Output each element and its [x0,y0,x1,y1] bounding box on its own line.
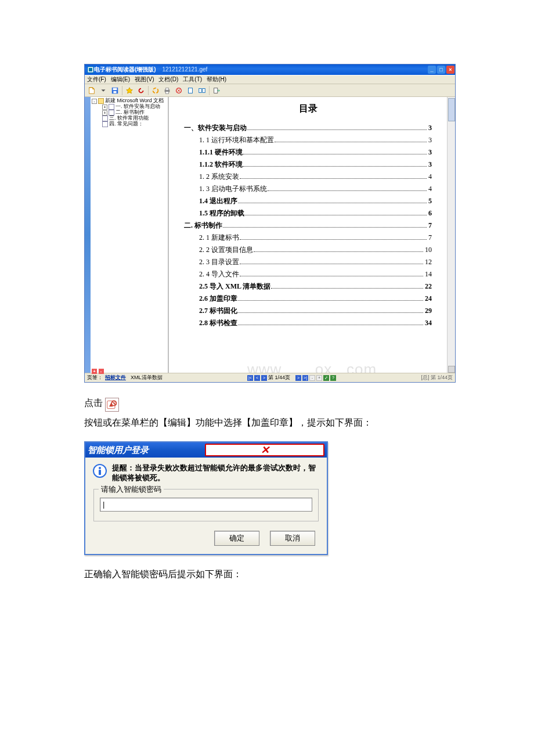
toc-row[interactable]: 2.8 标书检查34 [184,318,432,328]
stamp-icon[interactable] [174,85,184,96]
content-pane: 目录 一、软件安装与启动31. 1 运行环境和基本配置31.1.1 硬件环境31… [169,97,455,373]
print-icon[interactable] [162,85,172,96]
svg-rect-4 [113,91,116,93]
window-close-button[interactable]: × [446,66,454,74]
toc-row[interactable]: 1. 3 启动电子标书系统4 [184,184,432,194]
toc-label: 1.1.2 软件环境 [199,160,243,170]
tree-expand-icon[interactable]: + [102,110,107,116]
svg-point-5 [153,88,158,93]
svg-rect-1 [89,68,92,71]
login-titlebar: 智能锁用户登录 ✕ [85,442,327,458]
tree-pane: - 新建 Microsoft Word 文档 +一. 软件安装与启动 +二. 标… [91,97,169,373]
new-icon[interactable] [86,85,97,96]
tree-collapse-icon[interactable]: - [92,99,97,104]
svg-rect-11 [199,88,201,92]
text-after-login: 正确输入智能锁密码后提示如下界面： [84,564,456,584]
exit-icon[interactable] [211,85,222,96]
help-icon[interactable]: ? [330,375,336,381]
zoom-in-icon[interactable]: + [316,375,322,381]
toc-dots [245,215,427,215]
toc-row[interactable]: 1. 1 运行环境和基本配置3 [184,135,432,145]
status-red-icon[interactable]: - [99,369,104,374]
close-icon[interactable]: ✕ [205,444,324,456]
toc-row[interactable]: 1.1.2 软件环境3 [184,160,432,170]
toc-dots [240,239,427,240]
nav-last-icon[interactable]: >| [302,375,308,381]
toc-page: 6 [428,209,432,218]
status-link-bid[interactable]: 招标文件 [105,374,126,381]
window-minimize-button[interactable]: _ [428,66,436,74]
menu-tools[interactable]: 工具(T) [183,75,202,84]
window-maximize-button[interactable]: □ [437,66,445,74]
toc-dots [243,166,427,167]
nav-prev-icon[interactable]: < [254,375,260,381]
loading-icon[interactable] [150,85,161,96]
toc-row[interactable]: 2.6 加盖印章24 [184,294,432,304]
status-red-icon[interactable]: + [92,369,97,374]
text-instruction: 按钮或在菜单栏的【编辑】功能中选择【加盖印章】，提示如下界面： [84,413,456,433]
toc-label: 2.6 加盖印章 [199,294,237,304]
view-double-icon[interactable] [197,85,207,96]
app-icon [87,66,94,73]
scroll-down-icon[interactable] [448,366,455,373]
nav-first-icon[interactable]: |< [247,375,253,381]
toc-row[interactable]: 2.7 标书固化29 [184,306,432,316]
toc-row[interactable]: 2.5 导入 XML 清单数据22 [184,282,432,291]
nav-go-icon[interactable]: > [295,375,301,381]
menu-document[interactable]: 文档(D) [158,75,178,84]
toc-dots [223,227,427,228]
toc-row[interactable]: 一、软件安装与启动3 [184,123,432,133]
toc-row[interactable]: 1.1.1 硬件环境3 [184,147,432,157]
toc-label: 2.7 标书固化 [199,306,237,316]
toc-row[interactable]: 2. 2 设置项目信息10 [184,245,432,255]
refresh-icon[interactable] [136,85,146,96]
menu-edit[interactable]: 编辑(E) [111,75,130,84]
toc-page: 14 [425,270,432,279]
scroll-thumb[interactable] [448,98,455,121]
toc-row[interactable]: 2. 3 目录设置12 [184,257,432,267]
toc-page: 24 [425,294,432,303]
toc-dots [238,312,423,313]
toc-page: 4 [428,185,432,193]
seal-button-icon[interactable] [105,398,119,412]
toc-row[interactable]: 二. 标书制作7 [184,221,432,231]
doc-icon [102,121,108,127]
password-input[interactable] [100,498,312,512]
dropdown-icon[interactable] [98,85,109,96]
tree-expand-icon[interactable]: + [102,105,107,110]
menu-file[interactable]: 文件(F) [87,75,106,84]
view-single-icon[interactable] [185,85,196,96]
menu-view[interactable]: 视图(V) [135,75,154,84]
toc-row[interactable]: 1.5 程序的卸载6 [184,208,432,218]
favorite-icon[interactable] [124,85,135,96]
zoom-fit-icon[interactable]: ⤢ [323,375,329,381]
toc-label: 二. 标书制作 [184,221,222,231]
folder-icon [98,98,104,104]
toc-label: 2. 1 新建标书 [199,233,239,243]
toc-dots [271,288,423,289]
toc-row[interactable]: 2. 4 导入文件14 [184,269,432,279]
status-xml-text[interactable]: XML清单数据 [131,374,163,381]
nav-next-icon[interactable]: > [261,375,267,381]
menubar: 文件(F) 编辑(E) 视图(V) 文档(D) 工具(T) 帮助(H) [85,75,455,84]
toc-dots [254,251,423,252]
document-area: 目录 一、软件安装与启动31. 1 运行环境和基本配置31.1.1 硬件环境31… [169,97,447,373]
cancel-button[interactable]: 取消 [270,531,315,546]
menu-help[interactable]: 帮助(H) [207,75,226,84]
status-right: [总] 第 1/44页 [421,374,453,381]
toc-row[interactable]: 1. 2 系统安装4 [184,172,432,182]
tree-item[interactable]: 四. 常见问题： [109,121,143,127]
toc-page: 22 [425,282,432,291]
toc-row[interactable]: 1.4 退出程序5 [184,196,432,206]
doc-icon [102,116,108,121]
save-icon[interactable] [110,85,120,96]
toc-row[interactable]: 2. 1 新建标书7 [184,233,432,243]
zoom-out-icon[interactable]: - [309,375,315,381]
toc-label: 2. 3 目录设置 [199,257,239,267]
scrollbar[interactable] [447,97,455,373]
toc-label: 一、软件安装与启动 [184,123,247,133]
svg-rect-13 [214,88,218,93]
app-filename: 12121212121.gef [162,66,207,73]
ok-button[interactable]: 确定 [214,531,259,546]
app-window: 电子标书阅读器(增强版) 12121212121.gef _ □ × 文件(F)… [84,64,456,383]
